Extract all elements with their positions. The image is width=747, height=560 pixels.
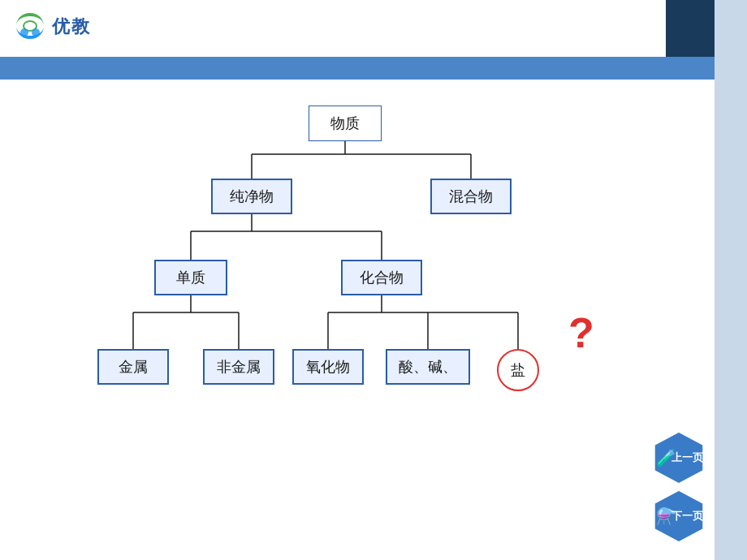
- tree-node-jinshu: 金属: [97, 349, 169, 385]
- logo-text: 优教: [52, 15, 91, 39]
- prev-page-button[interactable]: 🧪 上一页: [651, 430, 706, 485]
- svg-point-2: [32, 28, 40, 37]
- question-mark: ?: [568, 308, 594, 357]
- right-sidebar: [715, 0, 747, 560]
- next-page-button[interactable]: ⚗️ 下一页: [651, 489, 706, 544]
- prev-label: 上一页: [671, 450, 703, 465]
- tree-node-yan: 盐: [497, 349, 539, 391]
- tree-node-suanjianyan: 酸、碱、: [386, 349, 470, 385]
- dark-corner-decoration: [666, 0, 715, 57]
- tree-node-hunhewu: 混合物: [430, 179, 512, 214]
- tree-diagram: 物质纯净物混合物单质化合物金属非金属氧化物酸、碱、盐 ?: [32, 89, 698, 495]
- logo-icon: [13, 10, 47, 44]
- tree-node-danzhi: 单质: [154, 260, 227, 295]
- tree-node-chunjingwu: 纯净物: [211, 179, 292, 214]
- header-bar: [0, 57, 715, 80]
- logo-area: 优教: [13, 10, 91, 44]
- tree-node-huahewu: 化合物: [341, 260, 422, 295]
- next-label: 下一页: [671, 509, 703, 523]
- nav-buttons: 🧪 上一页 ⚗️ 下一页: [651, 430, 706, 544]
- tree-node-feijinshu: 非金属: [203, 349, 274, 385]
- tree-node-wuzhi: 物质: [309, 106, 382, 141]
- svg-point-1: [20, 28, 28, 37]
- tree-node-yanghuawu: 氧化物: [292, 349, 364, 385]
